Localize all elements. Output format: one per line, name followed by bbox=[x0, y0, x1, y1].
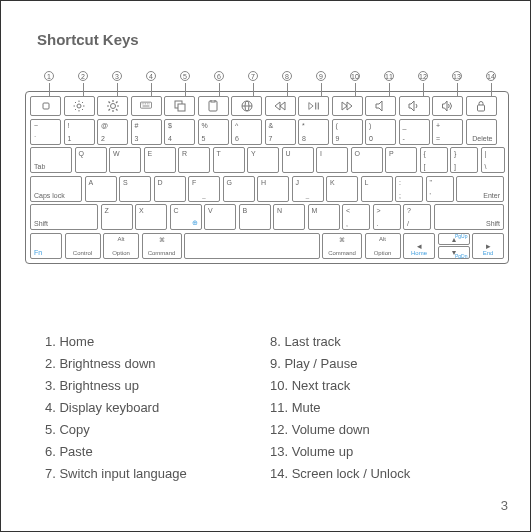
legend-item: 4. Display keyboard bbox=[45, 397, 270, 419]
svg-rect-20 bbox=[142, 103, 143, 104]
key-capslock: Caps lock bbox=[30, 176, 82, 202]
key-s: S bbox=[119, 176, 151, 202]
key-6: ^6 bbox=[231, 119, 262, 145]
legend-item: 12. Volume down bbox=[270, 419, 495, 441]
keyboard: ~` !1 @2 #3 $4 %5 ^6 &7 *8 (9 )0 _- += D… bbox=[25, 91, 509, 264]
callout-2: 2 bbox=[76, 65, 90, 97]
key-8: *8 bbox=[298, 119, 329, 145]
key-brightness-up bbox=[97, 96, 128, 116]
key-right: ▸End bbox=[472, 233, 504, 259]
key-3: #3 bbox=[131, 119, 162, 145]
key-minus: _- bbox=[399, 119, 430, 145]
callout-10: 10 bbox=[348, 65, 362, 97]
row-4: Shift Z X C⊕ V B N M <, >. ?/ Shift bbox=[30, 204, 504, 230]
svg-line-8 bbox=[82, 102, 83, 103]
key-lock bbox=[466, 96, 497, 116]
key-t: T bbox=[213, 147, 245, 173]
key-l: L bbox=[361, 176, 393, 202]
key-0: )0 bbox=[365, 119, 396, 145]
key-delete: Delete bbox=[466, 119, 497, 145]
svg-line-9 bbox=[75, 109, 76, 110]
key-command-r: ⌘Command bbox=[322, 233, 362, 259]
key-up-down: ▴PgUp ▾PgDn bbox=[438, 233, 470, 259]
svg-line-7 bbox=[82, 109, 83, 110]
key-w: W bbox=[109, 147, 141, 173]
key-k: K bbox=[326, 176, 358, 202]
legend-item: 3. Brightness up bbox=[45, 375, 270, 397]
key-4: $4 bbox=[164, 119, 195, 145]
key-x: X bbox=[135, 204, 167, 230]
legend-item: 7. Switch input language bbox=[45, 463, 270, 485]
key-z: Z bbox=[101, 204, 133, 230]
key-shift-l: Shift bbox=[30, 204, 98, 230]
key-bracket-r: }] bbox=[450, 147, 478, 173]
svg-line-16 bbox=[116, 109, 118, 111]
key-control: Control bbox=[65, 233, 101, 259]
row-3: Caps lock A S D F_ G H J_ K L :; "' Ente… bbox=[30, 176, 504, 202]
svg-marker-40 bbox=[376, 101, 382, 111]
svg-marker-42 bbox=[442, 101, 447, 111]
key-mute bbox=[365, 96, 396, 116]
callout-1: 1 bbox=[42, 65, 56, 97]
key-i: I bbox=[316, 147, 348, 173]
key-equals: += bbox=[432, 119, 463, 145]
key-brightness-down bbox=[64, 96, 95, 116]
key-option-l: AltOption bbox=[103, 233, 139, 259]
key-v: V bbox=[204, 204, 236, 230]
key-shift-r: Shift bbox=[434, 204, 505, 230]
callout-14: 14 bbox=[484, 65, 498, 97]
key-tab: Tab bbox=[30, 147, 72, 173]
key-enter: Enter bbox=[456, 176, 504, 202]
svg-point-10 bbox=[110, 104, 115, 109]
svg-marker-34 bbox=[280, 102, 285, 110]
key-fn: Fn bbox=[30, 233, 62, 259]
callout-12: 12 bbox=[416, 65, 430, 97]
legend-col-right: 8. Last track 9. Play / Pause 10. Next t… bbox=[270, 331, 495, 485]
svg-rect-0 bbox=[43, 103, 49, 109]
svg-rect-24 bbox=[149, 103, 150, 104]
key-comma: <, bbox=[342, 204, 370, 230]
legend-item: 14. Screen lock / Unlock bbox=[270, 463, 495, 485]
svg-rect-22 bbox=[145, 103, 146, 104]
key-m: M bbox=[308, 204, 340, 230]
key-bracket-l: {[ bbox=[420, 147, 448, 173]
svg-rect-19 bbox=[140, 102, 151, 108]
callout-8: 8 bbox=[280, 65, 294, 97]
svg-rect-25 bbox=[143, 106, 150, 107]
row-2: Tab Q W E R T Y U I O P {[ }] |\ bbox=[30, 147, 504, 173]
key-option-r: AltOption bbox=[365, 233, 401, 259]
legend-item: 8. Last track bbox=[270, 331, 495, 353]
key-p: P bbox=[385, 147, 417, 173]
key-period: >. bbox=[373, 204, 401, 230]
callout-5: 5 bbox=[178, 65, 192, 97]
keyboard-diagram: 1 2 3 4 5 6 7 8 9 10 11 12 13 14 bbox=[25, 65, 509, 264]
key-display-keyboard bbox=[131, 96, 162, 116]
key-backtick: ~` bbox=[30, 119, 61, 145]
key-b: B bbox=[239, 204, 271, 230]
key-switch-language bbox=[231, 96, 262, 116]
key-y: Y bbox=[247, 147, 279, 173]
key-r: R bbox=[178, 147, 210, 173]
key-semicolon: :; bbox=[395, 176, 423, 202]
key-up: ▴PgUp bbox=[438, 233, 470, 246]
row-1: ~` !1 @2 #3 $4 %5 ^6 &7 *8 (9 )0 _- += D… bbox=[30, 119, 504, 145]
legend-col-left: 1. Home 2. Brightness down 3. Brightness… bbox=[45, 331, 270, 485]
key-7: &7 bbox=[265, 119, 296, 145]
key-paste bbox=[198, 96, 229, 116]
key-1: !1 bbox=[64, 119, 95, 145]
callout-11: 11 bbox=[382, 65, 396, 97]
key-f: F_ bbox=[188, 176, 220, 202]
legend-item: 9. Play / Pause bbox=[270, 353, 495, 375]
key-o: O bbox=[351, 147, 383, 173]
legend: 1. Home 2. Brightness down 3. Brightness… bbox=[45, 331, 495, 485]
svg-line-17 bbox=[116, 102, 118, 104]
key-2: @2 bbox=[97, 119, 128, 145]
key-home bbox=[30, 96, 61, 116]
svg-rect-27 bbox=[178, 104, 185, 111]
legend-item: 6. Paste bbox=[45, 441, 270, 463]
svg-marker-35 bbox=[308, 103, 312, 110]
callout-13: 13 bbox=[450, 65, 464, 97]
svg-rect-43 bbox=[478, 105, 485, 111]
key-slash: ?/ bbox=[403, 204, 431, 230]
key-9: (9 bbox=[332, 119, 363, 145]
